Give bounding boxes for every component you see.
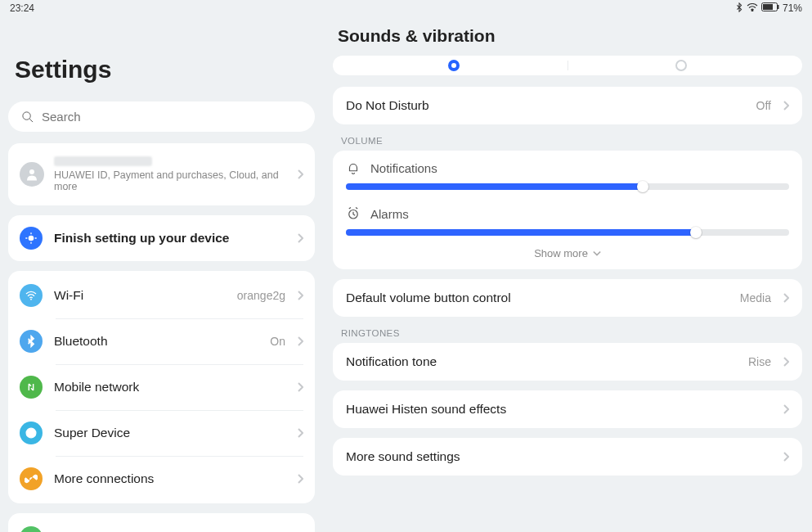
- account-subtitle: HUAWEI ID, Payment and purchases, Cloud,…: [54, 169, 287, 192]
- volume-alarms: Alarms: [333, 196, 802, 242]
- alarm-icon: [346, 206, 361, 221]
- account-name-redacted: [54, 156, 152, 166]
- histen-card[interactable]: Huawei Histen sound effects: [333, 390, 802, 428]
- search-icon: [21, 110, 34, 123]
- display-card: Home screen & wallpaper Display & bright…: [8, 513, 315, 532]
- svg-point-7: [29, 236, 34, 241]
- battery-icon: [761, 2, 779, 14]
- finish-setup-label: Finish setting up your device: [54, 231, 285, 246]
- chevron-right-icon: [783, 357, 789, 367]
- mobile-network-icon: [20, 376, 43, 399]
- chevron-right-icon: [297, 428, 303, 438]
- dnd-card[interactable]: Do Not Disturb Off: [333, 87, 802, 124]
- chevron-right-icon: [783, 452, 789, 462]
- show-more-label: Show more: [534, 247, 588, 259]
- chevron-right-icon: [297, 169, 303, 179]
- bluetooth-icon: [20, 330, 43, 353]
- chevron-right-icon: [297, 291, 303, 300]
- sidebar-item-home-screen[interactable]: Home screen & wallpaper: [8, 515, 315, 532]
- main-layout: Settings HUAWEI ID, Payment and purchase…: [0, 15, 812, 532]
- super-device-icon: [20, 422, 43, 444]
- chevron-right-icon: [783, 404, 789, 414]
- histen-label: Huawei Histen sound effects: [346, 402, 771, 417]
- avatar: [20, 162, 44, 187]
- notification-tone-value: Rise: [748, 355, 771, 368]
- chevron-right-icon: [297, 382, 303, 392]
- svg-line-5: [29, 119, 33, 122]
- status-bar: 23:24 71%: [0, 0, 812, 15]
- chevron-right-icon: [297, 474, 303, 484]
- svg-point-15: [26, 428, 36, 438]
- default-button-card[interactable]: Default volume button control Media: [333, 279, 802, 317]
- status-right: 71%: [735, 2, 802, 15]
- section-ringtones-label: RINGTONES: [341, 328, 802, 338]
- notification-tone-card[interactable]: Notification tone Rise: [333, 343, 802, 381]
- volume-card: Notifications Alarms Show more: [333, 151, 802, 269]
- volume-notifications-label: Notifications: [370, 161, 437, 175]
- alarms-slider[interactable]: [346, 229, 789, 236]
- sidebar: Settings HUAWEI ID, Payment and purchase…: [0, 15, 323, 532]
- super-device-label: Super Device: [54, 426, 285, 440]
- svg-rect-2: [763, 4, 773, 10]
- svg-point-4: [23, 112, 30, 119]
- more-sound-card[interactable]: More sound settings: [333, 438, 802, 476]
- content-pane: Sounds & vibration Do Not Disturb Off VO…: [323, 15, 812, 532]
- sidebar-item-more-connections[interactable]: More connections: [8, 456, 315, 502]
- page-title: Settings: [15, 56, 315, 83]
- chevron-right-icon: [297, 233, 303, 243]
- section-volume-label: VOLUME: [341, 136, 802, 146]
- svg-point-0: [751, 10, 753, 11]
- sidebar-item-mobile-network[interactable]: Mobile network: [8, 364, 315, 410]
- more-connections-label: More connections: [54, 471, 285, 486]
- volume-notifications: Notifications: [333, 151, 802, 196]
- sidebar-item-super-device[interactable]: Super Device: [8, 410, 315, 456]
- wifi-label: Wi-Fi: [54, 288, 226, 303]
- connectivity-card: Wi-Fi orange2g Bluetooth On Mobile netwo…: [8, 271, 315, 503]
- chevron-right-icon: [783, 101, 789, 110]
- svg-point-6: [29, 169, 34, 174]
- wifi-icon: [20, 284, 43, 307]
- chevron-down-icon: [593, 250, 601, 258]
- sidebar-item-bluetooth[interactable]: Bluetooth On: [8, 318, 315, 364]
- wallpaper-icon: [20, 526, 43, 532]
- pager-dot-active[interactable]: [448, 60, 460, 71]
- sidebar-item-wifi[interactable]: Wi-Fi orange2g: [8, 273, 315, 318]
- svg-point-12: [30, 299, 32, 300]
- content-title: Sounds & vibration: [338, 26, 802, 46]
- wifi-value: orange2g: [237, 289, 285, 302]
- status-time: 23:24: [10, 2, 34, 14]
- bluetooth-icon: [735, 2, 743, 15]
- default-volume-value: Media: [740, 291, 771, 304]
- mobile-network-label: Mobile network: [54, 380, 285, 394]
- notification-tone-label: Notification tone: [346, 354, 737, 369]
- more-sound-label: More sound settings: [346, 449, 771, 464]
- wifi-icon: [747, 2, 758, 14]
- svg-rect-3: [778, 5, 779, 9]
- chevron-right-icon: [783, 293, 789, 303]
- dnd-label: Do Not Disturb: [346, 98, 745, 113]
- search-box[interactable]: [8, 101, 315, 132]
- show-more-button[interactable]: Show more: [333, 242, 802, 269]
- setup-icon: [20, 227, 43, 250]
- dnd-value: Off: [756, 99, 771, 112]
- notifications-slider[interactable]: [346, 183, 789, 190]
- search-input[interactable]: [42, 110, 302, 124]
- link-icon: [20, 467, 43, 490]
- finish-setup-card[interactable]: Finish setting up your device: [8, 215, 315, 261]
- bluetooth-label: Bluetooth: [54, 334, 258, 349]
- status-battery-text: 71%: [783, 2, 802, 14]
- bell-icon: [346, 160, 361, 175]
- volume-alarms-label: Alarms: [370, 207, 409, 221]
- pager-dot-inactive[interactable]: [675, 60, 687, 71]
- account-card[interactable]: HUAWEI ID, Payment and purchases, Cloud,…: [8, 143, 315, 205]
- bluetooth-value: On: [270, 335, 285, 348]
- pager: [333, 56, 802, 75]
- default-volume-label: Default volume button control: [346, 291, 729, 305]
- chevron-right-icon: [297, 336, 303, 346]
